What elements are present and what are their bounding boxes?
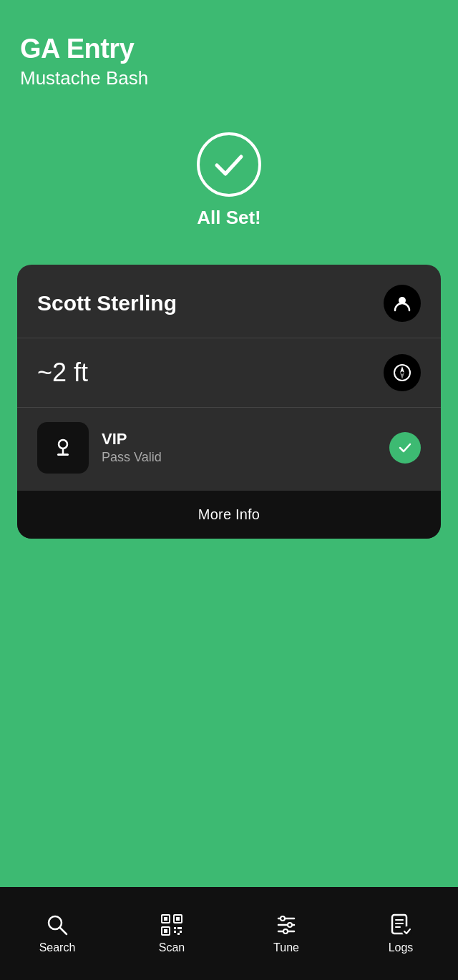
- nav-label-scan: Scan: [159, 941, 185, 954]
- nav-item-search[interactable]: Search: [0, 913, 114, 954]
- svg-rect-13: [176, 917, 180, 921]
- check-circle-icon: [197, 132, 261, 197]
- name-row: Scott Sterling: [37, 285, 421, 338]
- svg-marker-3: [400, 373, 404, 379]
- attendee-card: Scott Sterling ~2 ft: [17, 265, 441, 539]
- avatar-icon: [384, 285, 421, 322]
- nav-item-logs[interactable]: Logs: [344, 913, 458, 954]
- svg-marker-2: [400, 366, 404, 373]
- svg-point-26: [283, 929, 288, 934]
- svg-line-8: [60, 928, 67, 934]
- svg-rect-18: [180, 931, 182, 933]
- svg-point-25: [288, 923, 292, 927]
- page-title: GA Entry: [20, 34, 438, 64]
- valid-check-icon: [389, 432, 421, 464]
- event-name: Mustache Bash: [20, 67, 438, 89]
- distance-value: ~2 ft: [37, 358, 88, 388]
- svg-rect-19: [177, 933, 180, 935]
- search-icon: [45, 913, 69, 937]
- pass-info: VIP Pass Valid: [102, 430, 389, 465]
- svg-rect-20: [180, 927, 182, 929]
- tune-icon: [274, 913, 298, 937]
- distance-row: ~2 ft: [37, 338, 421, 407]
- spacer: [0, 539, 458, 887]
- svg-rect-14: [164, 929, 167, 933]
- pass-row: VIP Pass Valid: [37, 408, 421, 491]
- pass-type: VIP: [102, 430, 389, 449]
- svg-rect-12: [164, 917, 167, 921]
- pass-status: Pass Valid: [102, 450, 389, 465]
- svg-rect-17: [174, 931, 176, 933]
- nav-label-tune: Tune: [273, 941, 299, 954]
- nav-label-search: Search: [39, 941, 76, 954]
- attendee-name: Scott Sterling: [37, 291, 177, 315]
- header: GA Entry Mustache Bash: [0, 0, 458, 104]
- all-set-section: All Set!: [0, 104, 458, 265]
- svg-rect-16: [177, 927, 180, 929]
- compass-icon: [384, 354, 421, 391]
- svg-rect-15: [174, 927, 176, 929]
- all-set-label: All Set!: [197, 207, 261, 229]
- svg-point-4: [59, 440, 67, 449]
- svg-point-24: [281, 916, 285, 921]
- scan-icon: [160, 913, 184, 937]
- nav-label-logs: Logs: [389, 941, 414, 954]
- bottom-nav: Search Scan: [0, 887, 458, 980]
- logs-icon: [389, 913, 413, 937]
- nav-item-tune[interactable]: Tune: [229, 913, 344, 954]
- nav-item-scan[interactable]: Scan: [114, 913, 229, 954]
- more-info-button[interactable]: More Info: [17, 491, 441, 539]
- pass-icon-box: [37, 422, 89, 474]
